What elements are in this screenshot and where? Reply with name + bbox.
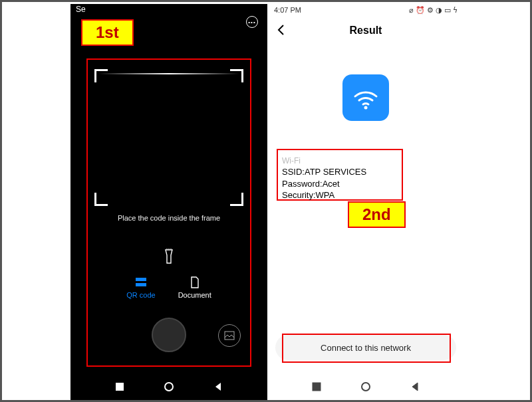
svg-rect-5 (225, 332, 234, 340)
wifi-label: Wi-Fi (282, 155, 398, 166)
image-icon (224, 330, 235, 341)
shutter-button[interactable] (152, 318, 186, 352)
svg-rect-4 (136, 283, 146, 286)
status-icons: ⌀ ⏰ ⚙ ◑ ▭ ϟ (409, 6, 458, 15)
scanner-screen: Se ••• Place the code inside the frame Q… (70, 4, 267, 400)
svg-rect-6 (116, 383, 124, 391)
tab-label: QR code (126, 291, 155, 299)
nav-bar (70, 373, 267, 400)
wifi-result-box: Wi-Fi SSID:ATP SERVICES Password:Acet Se… (277, 149, 403, 201)
svg-point-10 (362, 383, 370, 391)
svg-point-7 (165, 383, 173, 391)
wifi-ssid: SSID:ATP SERVICES (282, 166, 398, 178)
qr-icon (135, 276, 147, 288)
callout-second: 2nd (348, 201, 406, 228)
nav-recent-icon[interactable] (115, 382, 124, 391)
nav-back-icon[interactable] (213, 382, 223, 391)
status-time: 4:07 PM (274, 6, 301, 14)
scan-hint-text: Place the code inside the frame (70, 214, 267, 222)
wifi-icon (342, 74, 389, 121)
page-title: Result (350, 25, 382, 37)
wifi-security: Security:WPA (282, 189, 398, 201)
more-icon[interactable]: ••• (246, 16, 258, 28)
status-left: Se (76, 5, 86, 14)
status-bar: 4:07 PM ⌀ ⏰ ⚙ ◑ ▭ ϟ (267, 4, 464, 16)
nav-home-icon[interactable] (164, 382, 174, 391)
tab-qr-code[interactable]: QR code (126, 276, 155, 299)
status-bar: Se (70, 4, 267, 15)
scan-frame (94, 69, 243, 206)
mode-tabs: QR code Document (70, 276, 267, 299)
header: Result (267, 16, 464, 45)
nav-recent-icon[interactable] (312, 382, 321, 391)
callout-first: 1st (81, 19, 134, 46)
tab-document[interactable]: Document (178, 276, 211, 299)
flashlight-icon[interactable] (163, 249, 175, 268)
svg-point-8 (364, 106, 368, 110)
nav-back-icon[interactable] (410, 382, 420, 391)
svg-rect-9 (313, 383, 321, 391)
gallery-button[interactable] (218, 324, 241, 347)
annotation-outline (282, 334, 451, 363)
tab-label: Document (178, 291, 211, 299)
wifi-password: Password:Acet (282, 178, 398, 190)
svg-rect-3 (136, 278, 146, 281)
nav-bar (267, 373, 464, 400)
document-icon (189, 276, 201, 288)
nav-home-icon[interactable] (361, 382, 370, 391)
back-icon[interactable] (275, 24, 287, 36)
